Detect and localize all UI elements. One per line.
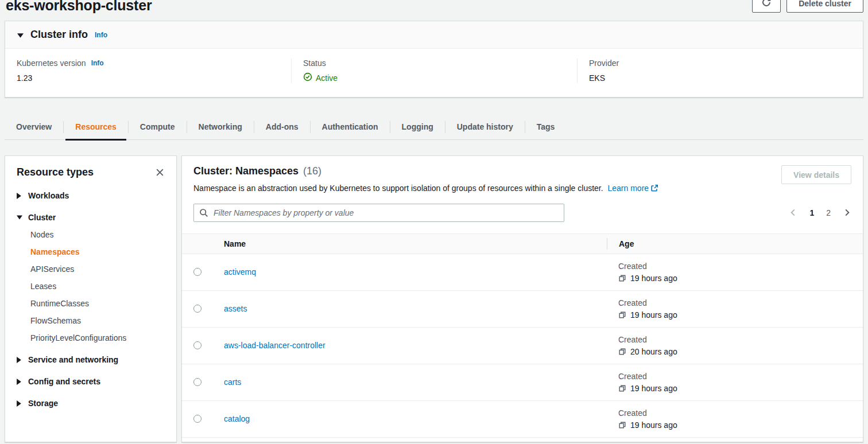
namespaces-title: Cluster: Namespaces [193,165,299,177]
tree-group-workloads[interactable]: Workloads [17,191,165,200]
chevron-down-icon [17,215,22,220]
copy-icon[interactable] [618,311,626,319]
table-row: aws-load-balancer-controller Created 20 … [182,328,863,364]
learn-more-label: Learn more [608,184,649,193]
status-badge: Active [303,72,565,83]
copy-icon[interactable] [618,348,626,356]
delete-cluster-button[interactable]: Delete cluster [786,0,863,13]
namespaces-count: (16) [303,165,321,177]
row-radio[interactable] [193,305,202,313]
pagination-next-icon[interactable] [843,208,851,217]
page-header: eks-workshop-cluster Delete cluster [0,0,868,14]
status-value: Active [316,73,338,83]
provider-value: EKS [589,73,851,83]
tree-group-storage[interactable]: Storage [17,399,165,408]
namespace-link[interactable]: assets [224,304,247,313]
table-header: Name Age [182,233,863,254]
chevron-right-icon [17,193,22,199]
tree-group-label: Workloads [28,191,69,200]
tab-networking[interactable]: Networking [187,115,254,139]
tab-tags[interactable]: Tags [525,115,567,139]
tab-overview[interactable]: Overview [5,115,63,139]
cluster-info-info-link[interactable]: Info [95,31,107,39]
resource-types-tree: Workloads Cluster Nodes Namespaces APISe… [17,191,165,408]
close-icon[interactable] [155,168,165,177]
tree-item-prioritylevelconfigurations[interactable]: PriorityLevelConfigurations [30,333,165,342]
kubernetes-version-label: Kubernetes version [17,59,86,68]
pagination-prev-icon[interactable] [789,208,797,217]
field-provider: Provider EKS [577,59,863,83]
row-radio[interactable] [193,268,202,276]
cluster-info-panel: Cluster info Info Kubernetes version Inf… [5,21,863,98]
tree-item-flowschemas[interactable]: FlowSchemas [30,316,165,325]
column-header-name[interactable]: Name [224,239,607,248]
tab-authentication[interactable]: Authentication [311,115,390,139]
copy-icon[interactable] [618,274,626,282]
namespaces-panel: Cluster: Namespaces (16) Namespace is an… [181,155,863,442]
copy-icon[interactable] [618,384,626,392]
tree-group-cluster[interactable]: Cluster [17,213,165,222]
tree-item-runtimeclasses[interactable]: RuntimeClasses [30,299,165,308]
tree-group-config-and-secrets[interactable]: Config and secrets [17,377,165,386]
tab-update-history[interactable]: Update history [445,115,525,139]
filter-namespaces-input[interactable] [193,204,564,222]
namespaces-description: Namespace is an abstraction used by Kube… [193,183,658,196]
tab-resources[interactable]: Resources [64,115,128,139]
tree-group-label: Cluster [28,213,56,222]
age-value: 19 hours ago [630,310,677,320]
filter-field [193,204,564,222]
namespace-link[interactable]: catalog [224,414,250,423]
row-radio[interactable] [193,378,202,386]
copy-icon[interactable] [618,421,626,429]
tree-group-label: Config and secrets [28,377,100,386]
age-value: 20 hours ago [630,347,677,356]
view-details-button[interactable]: View details [781,165,851,184]
age-value: 19 hours ago [630,420,677,430]
tree-item-apiservices[interactable]: APIServices [30,264,165,274]
chevron-right-icon [17,400,22,407]
namespace-link[interactable]: activemq [224,267,256,276]
tree-item-namespaces[interactable]: Namespaces [30,247,165,256]
pagination-page-1[interactable]: 1 [809,208,814,217]
namespace-link[interactable]: aws-load-balancer-controller [224,341,326,350]
kubernetes-version-value: 1.23 [17,73,280,83]
tree-item-nodes[interactable]: Nodes [30,230,165,239]
resource-types-title: Resource types [17,166,94,178]
tree-group-service-and-networking[interactable]: Service and networking [17,355,165,364]
table-row: catalog Created 19 hours ago [182,401,863,438]
created-label: Created [618,298,863,307]
status-label: Status [303,59,326,68]
learn-more-link[interactable]: Learn more [608,184,659,193]
tab-add-ons[interactable]: Add-ons [254,115,310,139]
table-row: assets Created 19 hours ago [182,291,863,328]
resources-content: Resource types Workloads Cluster Nodes N… [5,155,863,442]
row-radio[interactable] [193,341,202,349]
refresh-icon [761,0,772,9]
check-circle-icon [303,72,312,83]
search-icon [199,208,208,219]
column-header-age[interactable]: Age [607,239,863,248]
tree-group-label: Storage [28,399,58,408]
resource-types-panel: Resource types Workloads Cluster Nodes N… [5,155,177,442]
refresh-button[interactable] [752,0,781,13]
namespaces-description-text: Namespace is an abstraction used by Kube… [193,184,603,193]
cluster-info-header[interactable]: Cluster info Info [5,21,863,49]
chevron-down-icon[interactable] [17,30,24,40]
row-radio[interactable] [193,415,202,423]
tree-item-leases[interactable]: Leases [30,282,165,291]
kubernetes-version-info-link[interactable]: Info [91,59,104,67]
tab-logging[interactable]: Logging [390,115,445,139]
page-title: eks-workshop-cluster [6,0,152,14]
pagination-page-2[interactable]: 2 [826,208,831,217]
header-actions: Delete cluster [752,0,863,13]
pagination: 1 2 [789,208,851,217]
table-row: activemq Created 19 hours ago [182,254,863,291]
namespace-link[interactable]: carts [224,377,241,387]
tab-compute[interactable]: Compute [129,115,187,139]
namespaces-table: Name Age activemq Created 19 hours ago a… [182,233,863,438]
cluster-info-title: Cluster info [30,29,88,41]
field-kubernetes-version: Kubernetes version Info 1.23 [5,59,291,83]
created-label: Created [618,262,863,271]
provider-label: Provider [589,59,619,68]
chevron-right-icon [17,357,22,363]
